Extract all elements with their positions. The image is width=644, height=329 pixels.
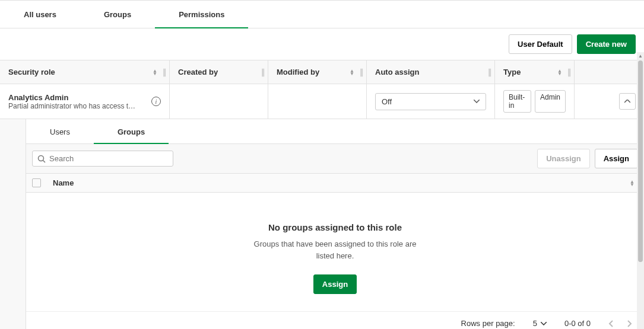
pagination-range: 0-0 of 0 [564,319,591,328]
detail-panel: Users Groups Unassign Assign Name ▲▼ No … [0,119,644,329]
detail-gutter [0,119,26,329]
roles-table-header: Security role ▲▼ ‖ Created by ‖ Modified… [0,60,644,84]
table-row[interactable]: Analytics Admin Partial administrator wh… [0,84,644,119]
pagination: Rows per page: 5 0-0 of 0 [26,311,644,329]
tab-permissions[interactable]: Permissions [155,0,248,28]
chevron-down-icon [474,100,480,103]
vertical-scrollbar[interactable]: ▲ [637,59,644,329]
detail-content: Users Groups Unassign Assign Name ▲▼ No … [26,119,644,329]
unassign-button[interactable]: Unassign [537,149,590,168]
chevron-left-icon [608,320,613,327]
cell-type: Built-in Admin [495,84,575,119]
assign-button-empty[interactable]: Assign [313,274,357,294]
col-security-role-label: Security role [8,68,55,76]
svg-point-0 [39,155,44,161]
cell-modified-by [268,84,367,119]
auto-assign-value: Off [382,97,392,106]
col-created-by-label: Created by [178,68,218,76]
top-tabs: All users Groups Permissions [0,0,644,28]
col-type[interactable]: Type ▲▼ ‖ [495,60,575,84]
search-input-wrap[interactable] [32,151,173,167]
search-input[interactable] [49,154,168,163]
col-modified-by[interactable]: Modified by ▲▼ ‖ [268,60,367,84]
chevron-right-icon [627,320,632,327]
chevron-down-icon [541,322,547,325]
collapse-button[interactable] [619,93,636,110]
cell-auto-assign: Off [367,84,495,119]
create-new-button[interactable]: Create new [577,34,636,54]
sort-icon: ▲▼ [153,69,157,75]
rows-per-page-select[interactable]: 5 [533,319,547,328]
user-default-button[interactable]: User Default [509,34,572,54]
type-tag-builtin: Built-in [503,90,531,113]
resize-handle-icon[interactable]: ‖ [488,68,492,76]
empty-title: No groups assigned to this role [268,222,402,232]
role-description: Partial administrator who has access t… [8,102,135,110]
sub-tab-users[interactable]: Users [26,119,94,144]
info-icon[interactable]: i [151,97,161,106]
sort-icon[interactable]: ▲▼ [630,180,635,186]
assign-button[interactable]: Assign [595,149,638,168]
col-modified-by-label: Modified by [277,68,319,76]
col-security-role[interactable]: Security role ▲▼ ‖ [0,60,170,84]
sub-tab-groups[interactable]: Groups [94,119,169,144]
detail-table-header: Name ▲▼ [26,174,644,193]
next-page-button[interactable] [627,320,632,327]
resize-handle-icon[interactable]: ‖ [163,68,167,76]
detail-tabs: Users Groups [26,119,644,144]
search-icon [37,155,46,163]
role-name: Analytics Admin [8,93,135,102]
cell-actions [575,84,644,119]
col-actions [575,60,644,84]
tab-groups[interactable]: Groups [80,0,155,28]
prev-page-button[interactable] [608,320,613,327]
resize-handle-icon[interactable]: ‖ [360,68,364,76]
sort-icon: ▲▼ [350,69,354,75]
type-tag-admin: Admin [535,90,566,113]
select-all-checkbox[interactable] [32,178,41,187]
svg-line-1 [43,160,46,162]
auto-assign-select[interactable]: Off [375,93,486,110]
rows-per-page-label: Rows per page: [461,319,515,328]
cell-security-role: Analytics Admin Partial administrator wh… [0,84,170,119]
resize-handle-icon[interactable]: ‖ [567,68,572,76]
empty-description: Groups that have been assigned to this r… [246,238,424,261]
cell-created-by [170,84,268,119]
chevron-up-icon [624,100,630,103]
scrollbar-thumb[interactable] [638,60,643,262]
col-auto-assign-label: Auto assign [375,68,419,76]
col-type-label: Type [503,68,521,76]
col-created-by[interactable]: Created by ‖ [170,60,268,84]
action-bar: User Default Create new [0,28,644,60]
sort-icon: ▲▼ [557,69,562,75]
tab-all-users[interactable]: All users [0,0,80,28]
col-name-label[interactable]: Name [53,178,74,187]
col-auto-assign[interactable]: Auto assign ‖ [367,60,495,84]
empty-state: No groups assigned to this role Groups t… [26,193,644,311]
detail-toolbar: Unassign Assign [26,144,644,174]
resize-handle-icon[interactable]: ‖ [261,68,265,76]
rows-per-page-value: 5 [533,319,537,328]
scroll-up-icon[interactable]: ▲ [637,52,644,59]
